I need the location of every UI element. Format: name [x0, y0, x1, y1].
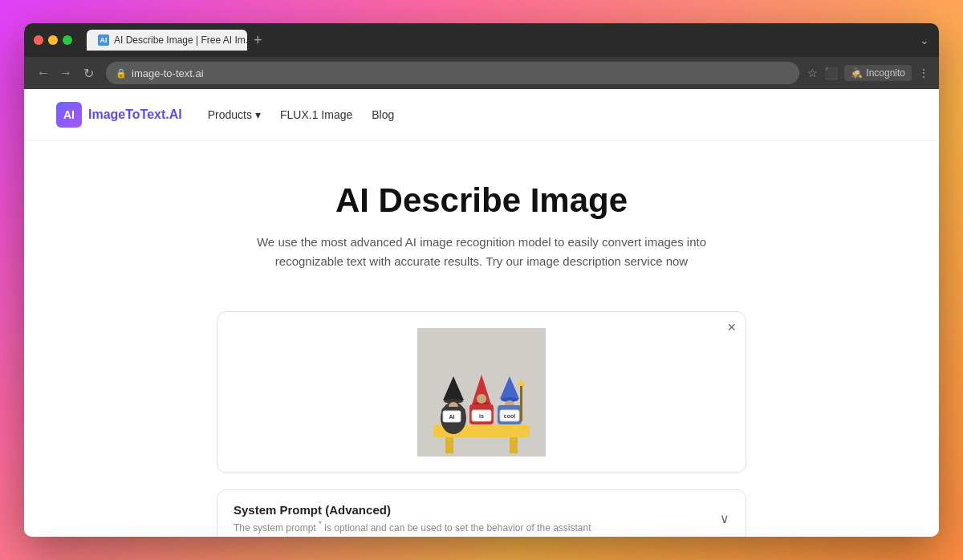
close-traffic-light[interactable]	[34, 35, 43, 45]
refresh-button[interactable]: ↻	[79, 63, 98, 83]
minimize-traffic-light[interactable]	[48, 35, 58, 45]
traffic-lights	[34, 35, 72, 45]
page-content: AI ImageToText.AI Products ▾ FLUX.1 Imag…	[24, 89, 939, 537]
system-prompt-header[interactable]: System Prompt (Advanced) The system prom…	[234, 503, 729, 534]
window-controls-right: ⌄	[920, 34, 929, 47]
hero-title: AI Describe Image	[56, 181, 907, 220]
svg-rect-2	[445, 437, 453, 453]
image-preview-area: AI is	[217, 312, 746, 473]
nav-products-link[interactable]: Products ▾	[208, 108, 261, 121]
site-nav: AI ImageToText.AI Products ▾ FLUX.1 Imag…	[24, 89, 939, 141]
nav-buttons: ← → ↻	[34, 63, 98, 83]
svg-point-13	[477, 394, 486, 404]
nav-products-label: Products	[208, 108, 252, 121]
maximize-traffic-light[interactable]	[63, 35, 72, 45]
preview-image: AI is	[417, 328, 546, 457]
svg-rect-3	[510, 437, 518, 453]
system-prompt-header-left: System Prompt (Advanced) The system prom…	[234, 503, 591, 534]
hero-subtitle: We use the most advanced AI image recogn…	[225, 233, 738, 271]
browser-addressbar: ← → ↻ 🔒 image-to-text.ai ☆ ⬛ 🕵️ Incognit…	[24, 57, 939, 89]
incognito-icon: 🕵️	[851, 67, 863, 79]
addressbar-right: ☆ ⬛ 🕵️ Incognito ⋮	[807, 65, 929, 81]
extension-icon[interactable]: ⬛	[824, 67, 838, 79]
system-prompt-subtitle: The system prompt * is optional and can …	[234, 520, 591, 534]
system-prompt-chevron-icon[interactable]: ∨	[720, 511, 729, 526]
nav-flux-label: FLUX.1 Image	[280, 108, 352, 121]
upload-area[interactable]: ×	[217, 311, 746, 473]
tab-title: AI Describe Image | Free AI Im...	[114, 34, 247, 46]
nav-blog-label: Blog	[372, 108, 394, 121]
nav-links: Products ▾ FLUX.1 Image Blog	[208, 108, 395, 121]
browser-window: AI AI Describe Image | Free AI Im... × +…	[24, 23, 939, 537]
hero-section: AI Describe Image We use the most advanc…	[24, 141, 939, 295]
incognito-button[interactable]: 🕵️ Incognito	[844, 65, 912, 81]
active-tab[interactable]: AI AI Describe Image | Free AI Im... ×	[87, 30, 247, 51]
nav-products-dropdown-icon: ▾	[255, 108, 261, 121]
close-button[interactable]: ×	[727, 320, 736, 335]
system-prompt-title: System Prompt (Advanced)	[234, 503, 591, 517]
system-prompt-subtitle-text: The system prompt	[234, 522, 319, 534]
back-button[interactable]: ←	[34, 63, 53, 83]
bookmark-icon[interactable]: ☆	[807, 67, 818, 79]
system-prompt-section: System Prompt (Advanced) The system prom…	[217, 489, 746, 537]
logo-text: ImageToText.AI	[88, 108, 182, 122]
more-options-icon[interactable]: ⋮	[918, 67, 929, 79]
address-text: image-to-text.ai	[132, 67, 204, 79]
tab-favicon: AI	[98, 34, 109, 46]
lock-icon: 🔒	[116, 68, 127, 79]
nav-flux-link[interactable]: FLUX.1 Image	[280, 108, 352, 121]
forward-button[interactable]: →	[56, 63, 75, 83]
incognito-label: Incognito	[866, 67, 905, 79]
svg-rect-21	[520, 384, 522, 421]
tab-bar: AI AI Describe Image | Free AI Im... × +	[87, 30, 266, 51]
address-bar[interactable]: 🔒 image-to-text.ai	[106, 62, 799, 84]
browser-titlebar: AI AI Describe Image | Free AI Im... × +…	[24, 23, 939, 57]
window-chevron: ⌄	[920, 34, 929, 47]
logo-icon: AI	[56, 102, 82, 128]
system-prompt-subtitle-rest: is optional and can be used to set the b…	[322, 522, 591, 534]
new-tab-button[interactable]: +	[250, 30, 266, 51]
site-logo[interactable]: AI ImageToText.AI	[56, 102, 182, 128]
nav-blog-link[interactable]: Blog	[372, 108, 394, 121]
svg-text:cool: cool	[504, 413, 515, 419]
svg-text:is: is	[479, 413, 484, 419]
svg-text:AI: AI	[449, 414, 455, 420]
